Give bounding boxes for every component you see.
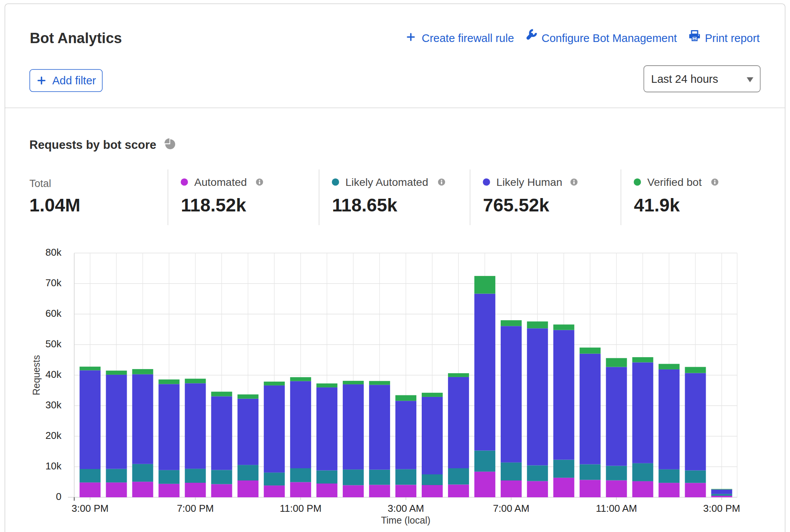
svg-text:765.52k: 765.52k [483, 195, 550, 215]
svg-text:3:00 PM: 3:00 PM [703, 503, 740, 514]
svg-text:Time (local): Time (local) [381, 515, 430, 526]
svg-text:Configure Bot Management: Configure Bot Management [542, 32, 677, 44]
svg-text:3:00 PM: 3:00 PM [72, 503, 109, 514]
svg-text:11:00 AM: 11:00 AM [596, 503, 637, 514]
svg-text:Total: Total [29, 178, 51, 189]
svg-text:30k: 30k [45, 399, 62, 411]
svg-text:80k: 80k [45, 247, 62, 258]
svg-text:7:00 PM: 7:00 PM [177, 503, 214, 514]
svg-text:Add filter: Add filter [52, 74, 96, 87]
svg-text:Verified bot: Verified bot [647, 176, 702, 188]
svg-text:70k: 70k [45, 277, 62, 289]
svg-text:41.9k: 41.9k [634, 195, 680, 215]
svg-text:20k: 20k [45, 430, 62, 441]
svg-text:Likely Human: Likely Human [497, 176, 563, 188]
svg-text:10k: 10k [45, 460, 62, 472]
svg-text:3:00 AM: 3:00 AM [388, 503, 424, 514]
svg-text:Create firewall rule: Create firewall rule [422, 32, 514, 44]
svg-text:Requests: Requests [31, 355, 42, 395]
svg-text:118.65k: 118.65k [332, 195, 397, 215]
svg-text:118.52k: 118.52k [181, 195, 246, 215]
svg-text:11:00 PM: 11:00 PM [280, 503, 321, 514]
svg-text:50k: 50k [45, 338, 62, 350]
svg-text:0: 0 [56, 491, 61, 502]
svg-text:7:00 AM: 7:00 AM [493, 503, 529, 514]
svg-text:Requests by bot score: Requests by bot score [29, 138, 156, 152]
svg-text:Likely Automated: Likely Automated [345, 176, 428, 188]
svg-text:Automated: Automated [194, 176, 247, 188]
svg-text:40k: 40k [45, 369, 62, 380]
svg-text:Bot Analytics: Bot Analytics [30, 30, 122, 46]
svg-text:1.04M: 1.04M [29, 195, 80, 215]
svg-text:Print report: Print report [705, 32, 759, 44]
svg-text:60k: 60k [45, 308, 62, 319]
svg-text:Last 24 hours: Last 24 hours [651, 73, 718, 85]
